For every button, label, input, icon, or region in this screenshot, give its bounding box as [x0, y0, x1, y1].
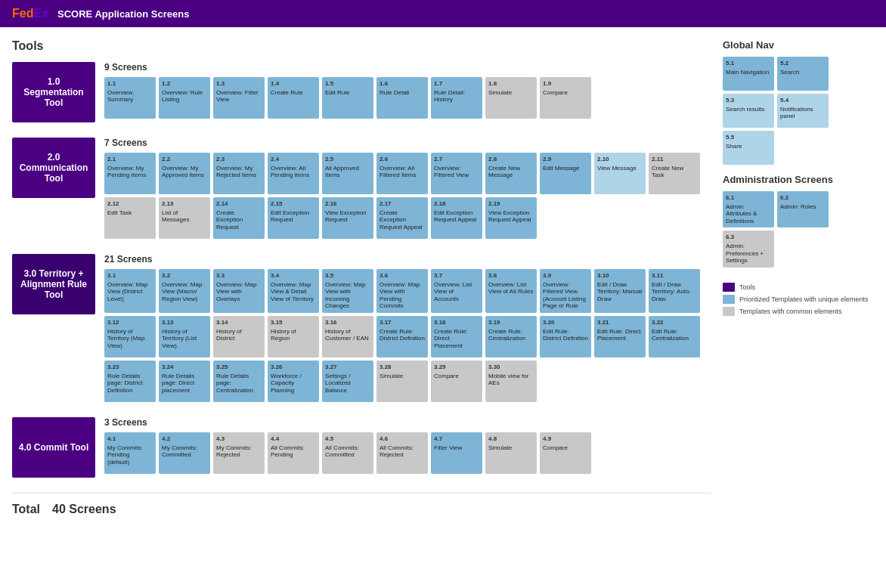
global-card-5-5[interactable]: 5.5Share — [723, 131, 774, 165]
screen-card-3-11[interactable]: 3.11Edit / Draw Territory: Auto-Draw — [649, 269, 700, 313]
screen-card-2-2[interactable]: 2.2Overview: My Approved Items — [159, 153, 210, 194]
tool-row-tool-1: 1.0 Segmentation Tool9 Screens1.1Overvie… — [12, 62, 711, 122]
screen-card-3-20[interactable]: 3.20Edit Rule: District Definition — [540, 316, 591, 357]
global-card-5-3[interactable]: 5.3Search results — [723, 94, 774, 128]
global-card-5-1[interactable]: 5.1Main Navigation — [723, 57, 774, 91]
screens-count-tool-4: 3 Screens — [104, 417, 711, 428]
screen-num: 1.2 — [162, 80, 207, 88]
screen-card-2-12[interactable]: 2.12Edit Task — [104, 197, 156, 239]
screen-card-3-30[interactable]: 3.30Mobile view for AEs — [485, 361, 537, 402]
main-content: Tools 1.0 Segmentation Tool9 Screens1.1O… — [0, 27, 886, 588]
screen-card-1-5[interactable]: 1.5Edit Rule — [322, 77, 373, 119]
screen-card-3-17[interactable]: 3.17Create Rule: District Definition — [376, 316, 428, 357]
screen-card-3-27[interactable]: 3.27Settings / Localized Balance — [322, 361, 373, 402]
screen-card-4-2[interactable]: 4.2My Commits: Committed — [159, 432, 210, 474]
screen-num: 3.9 — [543, 272, 588, 280]
screen-card-3-12[interactable]: 3.12History of Territory (Map View) — [104, 316, 156, 357]
screen-card-3-1[interactable]: 3.1Overview: Map View (District Level) — [104, 269, 156, 313]
screen-card-3-7[interactable]: 3.7Overview: List View of Accounts — [431, 269, 482, 313]
screen-card-2-19[interactable]: 2.19View Exception Request Appeal — [485, 197, 537, 239]
admin-card-6-2[interactable]: 6.2Admin: Roles — [777, 191, 829, 227]
screen-card-1-6[interactable]: 1.6Rule Detail — [376, 77, 428, 119]
screen-card-1-4[interactable]: 1.4Create Rule — [268, 77, 319, 119]
screen-card-2-18[interactable]: 2.18Edit Exception Request Appeal — [431, 197, 482, 239]
screen-card-2-1[interactable]: 2.1Overview: My Pending Items — [104, 153, 156, 194]
global-screen-num: 5.3 — [726, 97, 771, 104]
screen-card-4-9[interactable]: 4.9Compare — [540, 432, 591, 474]
screen-card-3-6[interactable]: 3.6Overview: Map View with Pending Commi… — [376, 269, 428, 313]
screen-card-1-2[interactable]: 1.2Overview: Rule Listing — [159, 77, 210, 119]
screen-card-3-28[interactable]: 3.28Simulate — [376, 361, 428, 402]
screen-card-1-9[interactable]: 1.9Compare — [540, 77, 591, 119]
screen-card-3-25[interactable]: 3.25Rule Details page: Centralization — [213, 361, 265, 402]
screen-card-2-4[interactable]: 2.4Overview: All Pending Items — [268, 153, 319, 194]
screen-card-3-5[interactable]: 3.5Overview: Map View with Incoming Chan… — [322, 269, 373, 313]
screen-card-3-24[interactable]: 3.24Rule Details page: Direct placement — [159, 361, 210, 402]
screen-grid-tool-3: 3.1Overview: Map View (District Level)3.… — [104, 269, 711, 402]
screen-num: 2.1 — [107, 156, 153, 163]
screen-card-4-7[interactable]: 4.7Filter View — [431, 432, 482, 474]
screen-card-1-1[interactable]: 1.1Overview: Summary — [104, 77, 156, 119]
screen-card-3-13[interactable]: 3.13History of Territory (List View) — [159, 316, 210, 357]
global-card-5-2[interactable]: 5.2Search — [777, 57, 829, 91]
admin-card-6-1[interactable]: 6.1Admin: Attributes & Definitions — [723, 191, 774, 227]
screen-card-2-9[interactable]: 2.9Edit Message — [540, 153, 591, 194]
screen-card-2-14[interactable]: 2.14Create Exception Request — [213, 197, 265, 239]
screen-card-3-21[interactable]: 3.21Edit Rule: Direct Placement — [594, 316, 646, 357]
tool-row-tool-4: 4.0 Commit Tool3 Screens4.1My Commits: P… — [12, 417, 711, 478]
screen-num: 4.7 — [434, 435, 479, 443]
tool-row-tool-2: 2.0 Communication Tool7 Screens2.1Overvi… — [12, 138, 711, 239]
screen-num: 1.4 — [271, 80, 316, 88]
tool-row-tool-3: 3.0 Territory + Alignment Rule Tool21 Sc… — [12, 254, 711, 402]
screen-card-3-29[interactable]: 3.29Compare — [431, 361, 482, 402]
tool-label-tool-3: 3.0 Territory + Alignment Rule Tool — [12, 254, 95, 314]
screen-num: 2.9 — [543, 156, 588, 163]
screen-card-1-8[interactable]: 1.8Simulate — [485, 77, 537, 119]
screen-card-4-6[interactable]: 4.6All Commits: Rejected — [376, 432, 428, 474]
screen-card-2-5[interactable]: 2.5All Approved Items — [322, 153, 373, 194]
screen-card-3-2[interactable]: 3.2Overview: Map View (Macro/ Region Vie… — [159, 269, 210, 313]
screen-card-2-15[interactable]: 2.15Edit Exception Request — [268, 197, 319, 239]
screen-card-3-15[interactable]: 3.15History of Region — [268, 316, 319, 357]
screen-card-3-14[interactable]: 3.14History of District — [213, 316, 265, 357]
screen-card-3-9[interactable]: 3.9Overview: Filtered View (Account List… — [540, 269, 591, 313]
screen-card-3-19[interactable]: 3.19Create Rule: Centralization — [485, 316, 537, 357]
screen-card-3-8[interactable]: 3.8Overview: List View of All Rules — [485, 269, 537, 313]
screen-card-3-4[interactable]: 3.4Overview: Map View & Detail View of T… — [268, 269, 319, 313]
screen-card-4-8[interactable]: 4.8Simulate — [485, 432, 537, 474]
screen-card-2-7[interactable]: 2.7Overview: Filtered View — [431, 153, 482, 194]
screen-card-2-3[interactable]: 2.3Overview: My Rejected Items — [213, 153, 265, 194]
screen-card-3-10[interactable]: 3.10Edit / Draw Territory: Manual Draw — [594, 269, 646, 313]
screen-card-4-3[interactable]: 4.3My Commits: Rejected — [213, 432, 265, 474]
screen-card-3-18[interactable]: 3.18Create Rule: Direct Placement — [431, 316, 482, 357]
total-count: 40 Screens — [52, 503, 116, 516]
admin-heading: Administration Screens — [723, 174, 874, 185]
screen-num: 3.28 — [379, 364, 425, 371]
screen-num: 3.3 — [216, 272, 262, 280]
screen-card-3-3[interactable]: 3.3Overview: Map View with Overlays — [213, 269, 265, 313]
screen-card-1-7[interactable]: 1.7Rule Detail: History — [431, 77, 482, 119]
legend-item-blue: Prioritized Templates with unique elemen… — [723, 295, 874, 304]
screen-card-2-8[interactable]: 2.8Create New Message — [485, 153, 537, 194]
screen-num: 3.27 — [325, 364, 370, 371]
screen-card-2-17[interactable]: 2.17Create Exception Request Appeal — [376, 197, 428, 239]
screen-card-2-13[interactable]: 2.13List of Messages — [159, 197, 210, 239]
screen-card-2-11[interactable]: 2.11Create New Task — [649, 153, 700, 194]
screen-card-1-3[interactable]: 1.3Overview: Filter View — [213, 77, 265, 119]
screen-card-2-16[interactable]: 2.16View Exception Request — [322, 197, 373, 239]
admin-card-6-3[interactable]: 6.3Admin: Preferences + Settings — [723, 231, 774, 267]
screen-card-2-10[interactable]: 2.10View Message — [594, 153, 646, 194]
screen-num: 3.6 — [379, 272, 425, 280]
screen-card-3-16[interactable]: 3.16History of Customer / EAN — [322, 316, 373, 357]
screen-card-4-5[interactable]: 4.5All Commits: Committed — [322, 432, 373, 474]
screen-grid-tool-2: 2.1Overview: My Pending Items2.2Overview… — [104, 153, 711, 239]
screen-card-4-1[interactable]: 4.1My Commits: Pending (default) — [104, 432, 156, 474]
screen-card-2-6[interactable]: 2.6Overview: All Filtered Items — [376, 153, 428, 194]
screen-card-3-26[interactable]: 3.26Workforce / Capacity Planning — [268, 361, 319, 402]
global-card-5-4[interactable]: 5.4Notifications panel — [777, 94, 829, 128]
screen-num: 2.17 — [379, 200, 425, 208]
screen-card-4-4[interactable]: 4.4All Commits: Pending — [268, 432, 319, 474]
screen-card-3-22[interactable]: 3.22Edit Rule: Centralization — [649, 316, 700, 357]
screen-card-3-23[interactable]: 3.23Rule Details page: District Definiti… — [104, 361, 156, 402]
screen-num: 4.5 — [325, 435, 370, 443]
